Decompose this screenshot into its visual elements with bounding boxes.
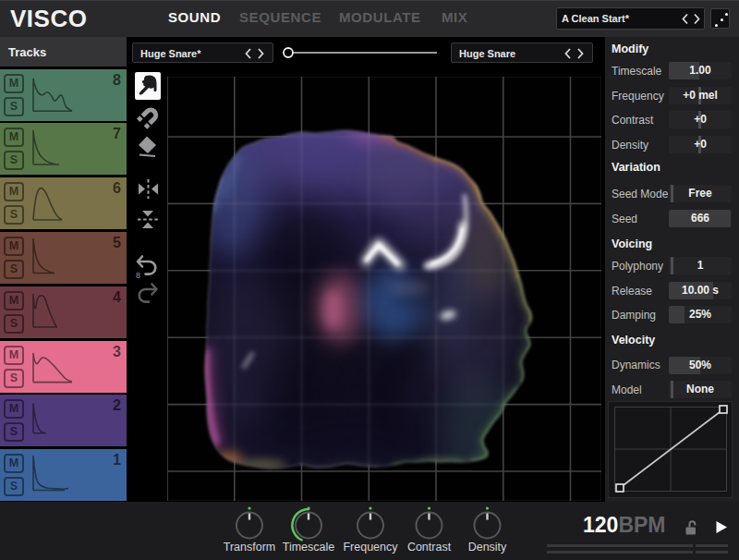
svg-text:8: 8 bbox=[136, 271, 140, 279]
